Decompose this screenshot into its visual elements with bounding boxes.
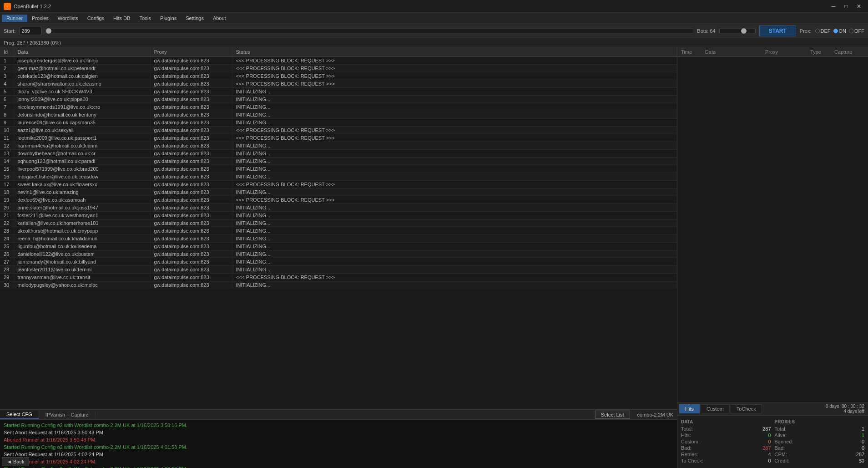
log-line: Started Running Config o2 with Wordlist … xyxy=(4,465,673,468)
table-row: 28jeanfoster2011@live.co.uk:terninigw.da… xyxy=(0,266,677,274)
cell-data: dipzy_v@live.co.uk:SH0CKW4V3 xyxy=(14,88,150,96)
tab-config-name[interactable]: IPVanish + Capture xyxy=(39,411,96,418)
progress-slider[interactable] xyxy=(45,29,693,33)
cell-proxy: gw.dataimpulse.com:823 xyxy=(150,111,232,119)
proxy-off[interactable]: OFF xyxy=(849,28,864,34)
menu-runner[interactable]: Runner xyxy=(2,15,27,22)
cell-status: INITIALIZING... xyxy=(232,212,677,219)
toolbar: Start: Bots: 64 START Prox: DEF ON OFF xyxy=(0,24,868,38)
table-row: 22keriallen@live.co.uk:homerhorse101gw.d… xyxy=(0,219,677,227)
cell-data: foster211@live.co.uk:westhamryan1 xyxy=(14,212,150,219)
cell-status: INITIALIZING... xyxy=(232,150,677,158)
cell-status: INITIALIZING... xyxy=(232,188,677,196)
menu-about[interactable]: About xyxy=(208,15,231,22)
cell-proxy: gw.dataimpulse.com:823 xyxy=(150,219,232,227)
cell-proxy: gw.dataimpulse.com:823 xyxy=(150,227,232,235)
cell-status: INITIALIZING... xyxy=(232,250,677,258)
table-area: Id Data Proxy Status 1josephprendergast@… xyxy=(0,47,677,468)
cell-id: 23 xyxy=(0,227,14,235)
main-layout: Id Data Proxy Status 1josephprendergast@… xyxy=(0,47,868,468)
proxy-cpm: CPM: 287 xyxy=(775,452,865,457)
close-button[interactable]: ✕ xyxy=(853,2,864,10)
cell-proxy: gw.dataimpulse.com:823 xyxy=(150,266,232,274)
cell-data: jeanfoster2011@live.co.uk:ternini xyxy=(14,266,150,274)
tab-select-cfg[interactable]: Select CFG xyxy=(0,411,39,419)
cell-proxy: gw.dataimpulse.com:823 xyxy=(150,158,232,165)
cell-data: keriallen@live.co.uk:homerhorse101 xyxy=(14,219,150,227)
cell-proxy: gw.dataimpulse.com:823 xyxy=(150,119,232,127)
cell-data: delorislindo@hotmail.co.uk:kentony xyxy=(14,111,150,119)
table-body: 1josephprendergast@live.co.uk:finnjcgw.d… xyxy=(0,57,677,289)
cell-proxy: gw.dataimpulse.com:823 xyxy=(150,173,232,181)
cell-status: INITIALIZING... xyxy=(232,173,677,181)
cell-data: leetmike2009@live.co.uk:passport1 xyxy=(14,134,150,142)
cell-status: INITIALIZING... xyxy=(232,158,677,165)
cell-status: <<< PROCESSING BLOCK: REQUEST >>> xyxy=(232,80,677,88)
proxy-credit: Credit: $0 xyxy=(775,458,865,463)
menu-wordlists[interactable]: Wordlists xyxy=(53,15,83,22)
proxy-on-radio[interactable] xyxy=(833,29,838,33)
table-scroll[interactable]: Id Data Proxy Status 1josephprendergast@… xyxy=(0,47,677,289)
cell-id: 22 xyxy=(0,219,14,227)
cell-id: 15 xyxy=(0,165,14,173)
cell-id: 26 xyxy=(0,250,14,258)
cell-data: sharon@sharonwalton.co.uk:cteasmo xyxy=(14,80,150,88)
cell-data: trannyvanman@live.co.uk:transit xyxy=(14,274,150,281)
maximize-button[interactable]: □ xyxy=(841,2,852,10)
cell-data: harriman4eva@hotmail.co.uk:kianm xyxy=(14,142,150,150)
cell-id: 5 xyxy=(0,88,14,96)
table-section: Id Data Proxy Status 1josephprendergast@… xyxy=(0,47,677,409)
start-input[interactable] xyxy=(19,27,42,35)
cell-proxy: gw.dataimpulse.com:823 xyxy=(150,88,232,96)
hits-tab-tocheck[interactable]: ToCheck xyxy=(731,404,762,413)
cell-proxy: gw.dataimpulse.com:823 xyxy=(150,96,232,103)
menu-plugins[interactable]: Plugins xyxy=(156,15,181,22)
cell-status: <<< PROCESSING BLOCK: REQUEST >>> xyxy=(232,274,677,281)
progress-thumb[interactable] xyxy=(46,28,51,34)
table-row: 13downbythebeach@hotmail.co.uk:crgw.data… xyxy=(0,150,677,158)
cell-id: 28 xyxy=(0,266,14,274)
table-wrapper: Id Data Proxy Status 1josephprendergast@… xyxy=(0,47,677,409)
menu-proxies[interactable]: Proxies xyxy=(27,15,53,22)
cell-proxy: gw.dataimpulse.com:823 xyxy=(150,134,232,142)
bots-label: Bots: 64 xyxy=(697,28,715,34)
app-icon xyxy=(4,3,11,10)
stat-total: Total: 287 xyxy=(681,426,771,432)
log-content[interactable]: Started Running Config o2 with Wordlist … xyxy=(0,420,677,468)
proxy-off-label: OFF xyxy=(854,28,864,34)
proxy-def-radio[interactable] xyxy=(815,29,820,33)
log-line: Started Running Config o2 with Wordlist … xyxy=(4,443,673,451)
cell-status: INITIALIZING... xyxy=(232,88,677,96)
cell-id: 14 xyxy=(0,158,14,165)
cell-id: 8 xyxy=(0,111,14,119)
title-bar: OpenBullet 1.2.2 ─ □ ✕ xyxy=(0,0,868,13)
table-row: 15liverpool571999@live.co.uk:brad200gw.d… xyxy=(0,165,677,173)
stat-tocheck: To Check: 0 xyxy=(681,458,771,463)
proxy-off-radio[interactable] xyxy=(849,29,853,33)
stat-hits: Hits: 0 xyxy=(681,432,771,438)
table-row: 30melodypugsley@yahoo.co.uk:melocgw.data… xyxy=(0,281,677,289)
cell-data: akcolthurst@hotmail.co.uk:cmypupp xyxy=(14,227,150,235)
data-stats-title: DATA xyxy=(681,419,771,424)
cell-id: 3 xyxy=(0,72,14,80)
back-button[interactable]: ◄ Back xyxy=(2,457,29,466)
proxy-on[interactable]: ON xyxy=(833,28,847,34)
table-row: 16margaret.fisher@live.co.uk:ceasdowgw.d… xyxy=(0,173,677,181)
menu-hitsdb[interactable]: Hits DB xyxy=(109,15,135,22)
minimize-button[interactable]: ─ xyxy=(828,2,839,10)
hits-tab-custom[interactable]: Custom xyxy=(701,404,730,413)
hits-tab-hits[interactable]: Hits xyxy=(679,404,700,413)
menu-tools[interactable]: Tools xyxy=(135,15,156,22)
cell-proxy: gw.dataimpulse.com:823 xyxy=(150,150,232,158)
bots-slider[interactable] xyxy=(719,29,756,33)
start-button[interactable]: START xyxy=(759,25,796,36)
proxy-radio-group: DEF ON OFF xyxy=(815,28,865,34)
menu-settings[interactable]: Settings xyxy=(181,15,208,22)
cell-proxy: gw.dataimpulse.com:823 xyxy=(150,142,232,150)
proxy-def[interactable]: DEF xyxy=(815,28,831,34)
menu-configs[interactable]: Configs xyxy=(83,15,109,22)
cell-data: nicolesymmonds1991@live.co.uk:cro xyxy=(14,103,150,111)
table-row: 12harriman4eva@hotmail.co.uk:kianmgw.dat… xyxy=(0,142,677,150)
window-controls: ─ □ ✕ xyxy=(828,2,864,10)
select-list-button[interactable]: Select List xyxy=(595,411,630,419)
